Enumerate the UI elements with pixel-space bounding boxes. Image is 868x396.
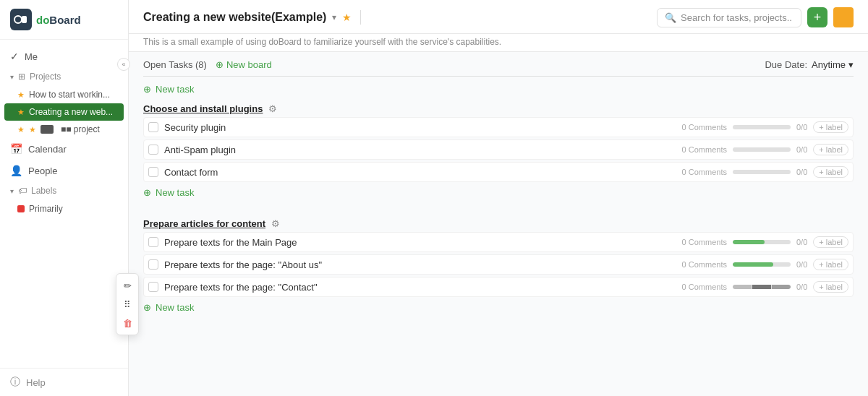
logo-icon [10, 9, 32, 30]
new-task-label-articles: New task [156, 302, 194, 313]
task-row-security[interactable]: Security plugin 0 Comments 0/0 + label [143, 117, 854, 137]
task-checkbox-main-page[interactable] [148, 237, 158, 247]
section-divider-top [143, 76, 854, 77]
labels-label: Labels [31, 186, 56, 196]
task-label-btn-about-us[interactable]: + label [813, 259, 848, 270]
task-ratio-contact-page: 0/0 [796, 283, 807, 291]
main-content: Creating a new website(Example) ▾ ★ 🔍 Se… [129, 0, 868, 396]
task-name-contact: Contact form [164, 167, 676, 178]
svg-point-0 [14, 16, 22, 23]
task-row-about-us[interactable]: Prepare texts for the page: "About us" 0… [143, 254, 854, 275]
add-button[interactable]: + [807, 7, 827, 27]
task-name-antispam: Anti-Spam plugin [164, 145, 676, 155]
task-checkbox-contact[interactable] [148, 167, 158, 177]
project-2-label: Creating a new web... [29, 107, 113, 117]
task-progress-bar-contact [733, 170, 791, 174]
due-date-value: Anytime [812, 59, 846, 70]
header-actions: 🔍 Search for tasks, projects.. + [657, 7, 854, 27]
plus-circle-icon: ⊕ [216, 59, 224, 70]
new-board-label: New board [226, 59, 272, 70]
calendar-label: Calendar [28, 144, 67, 155]
task-name-about-us: Prepare texts for the page: "About us" [164, 259, 676, 270]
task-checkbox-security[interactable] [148, 122, 158, 132]
task-label-btn-security[interactable]: + label [813, 121, 848, 133]
sidebar-item-project-3[interactable]: ★ ★ ■■ project [0, 121, 128, 138]
context-menu-drag[interactable]: ⠿ [117, 296, 137, 313]
due-date-label: Due Date: [765, 59, 807, 70]
task-comments-security: 0 Comments [682, 123, 727, 132]
sidebar-item-me-label: Me [25, 51, 38, 62]
brand-name: doBoard [36, 14, 81, 26]
task-name-contact-page: Prepare texts for the page: "Contact" [164, 282, 676, 293]
context-menu-delete[interactable]: 🗑 [117, 314, 137, 332]
new-board-button[interactable]: ⊕ New board [216, 59, 272, 70]
task-group-plugins: Choose and install plugins ⚙ Security pl… [143, 98, 854, 201]
people-label: People [28, 165, 57, 176]
task-label-btn-contact[interactable]: + label [813, 166, 848, 178]
chevron-down-icon-3: ▾ [848, 59, 854, 70]
sidebar-section-labels[interactable]: ▾ 🏷 Labels [0, 181, 128, 200]
sidebar-item-calendar[interactable]: 📅 Calendar [0, 138, 128, 160]
task-row-contact-page[interactable]: Prepare texts for the page: "Contact" 0 … [143, 277, 854, 297]
due-date-select[interactable]: Anytime ▾ [812, 59, 854, 70]
title-chevron-icon[interactable]: ▾ [332, 12, 336, 22]
main-header: Creating a new website(Example) ▾ ★ 🔍 Se… [129, 0, 868, 34]
new-task-button-top[interactable]: ⊕ New task [143, 81, 854, 98]
star-icon-2: ★ [17, 125, 25, 134]
open-tasks-label: Open Tasks (8) [143, 59, 207, 70]
sidebar-item-people[interactable]: 👤 People [0, 160, 128, 181]
task-name-main-page: Prepare texts for the Main Page [164, 237, 676, 248]
task-ratio-main-page: 0/0 [796, 238, 807, 246]
task-progress-bar-about-us [733, 262, 791, 267]
new-task-button-plugins[interactable]: ⊕ New task [143, 184, 854, 201]
star-icon-3: ★ [29, 125, 36, 134]
plus-circle-icon-3: ⊕ [143, 187, 151, 198]
task-row-main-page[interactable]: Prepare texts for the Main Page 0 Commen… [143, 232, 854, 252]
task-name-security: Security plugin [164, 122, 676, 133]
people-icon: 👤 [10, 165, 22, 176]
task-checkbox-contact-page[interactable] [148, 282, 158, 292]
task-checkbox-about-us[interactable] [148, 259, 158, 270]
task-ratio-about-us: 0/0 [796, 260, 807, 269]
context-menu-edit[interactable]: ✏ [117, 277, 137, 294]
search-bar[interactable]: 🔍 Search for tasks, projects.. [657, 8, 801, 27]
group-settings-icon[interactable]: ⚙ [268, 103, 277, 114]
page-title: Creating a new website(Example) [143, 11, 326, 24]
task-row-contact[interactable]: Contact form 0 Comments 0/0 + label [143, 162, 854, 182]
new-task-button-articles[interactable]: ⊕ New task [143, 299, 854, 316]
tag-icon: 🏷 [18, 186, 27, 196]
title-star-icon[interactable]: ★ [342, 12, 352, 23]
sidebar-nav: ✓ Me ▾ ⊞ Projects ★ How to start workin.… [0, 40, 128, 368]
group-title-articles: Prepare articles for content [143, 218, 265, 229]
task-toolbar: Open Tasks (8) ⊕ New board Due Date: Any… [143, 52, 854, 73]
project-3-label: ■■ project [61, 124, 100, 134]
task-label-btn-antispam[interactable]: + label [813, 144, 848, 155]
svg-rect-1 [22, 16, 27, 23]
chevron-down-icon: ▾ [10, 73, 14, 81]
task-row-antispam[interactable]: Anti-Spam plugin 0 Comments 0/0 + label [143, 139, 854, 160]
group-settings-icon-2[interactable]: ⚙ [271, 218, 280, 229]
sidebar-item-label-primarily[interactable]: Primarily [0, 200, 128, 218]
toolbar-right: Due Date: Anytime ▾ [765, 59, 854, 70]
label-dot-primarily [17, 205, 25, 212]
help-item[interactable]: ⓘ Help [10, 376, 118, 389]
task-checkbox-antispam[interactable] [148, 145, 158, 155]
sidebar-item-project-2[interactable]: ★ Creating a new web... [4, 103, 124, 121]
new-task-label-top: New task [156, 84, 194, 95]
task-label-btn-contact-page[interactable]: + label [813, 281, 848, 293]
task-group-articles: Prepare articles for content ⚙ Prepare t… [143, 212, 854, 316]
chevron-down-icon-2: ▾ [10, 187, 14, 195]
sidebar-item-me[interactable]: ✓ Me [0, 46, 128, 67]
task-ratio-contact: 0/0 [796, 168, 807, 176]
task-progress-fill-about-us [733, 262, 773, 267]
task-comments-about-us: 0 Comments [682, 260, 727, 269]
task-label-btn-main-page[interactable]: + label [813, 236, 848, 248]
user-avatar[interactable] [833, 7, 854, 27]
sidebar-item-project-1[interactable]: ★ How to start workin... [0, 86, 128, 103]
sidebar-section-projects[interactable]: ▾ ⊞ Projects [0, 67, 128, 86]
search-placeholder: Search for tasks, projects.. [681, 12, 792, 23]
group-header-articles: Prepare articles for content ⚙ [143, 212, 854, 232]
sidebar-collapse-button[interactable]: « [117, 58, 130, 71]
title-divider [360, 10, 361, 25]
collapse-icon: « [122, 61, 125, 68]
